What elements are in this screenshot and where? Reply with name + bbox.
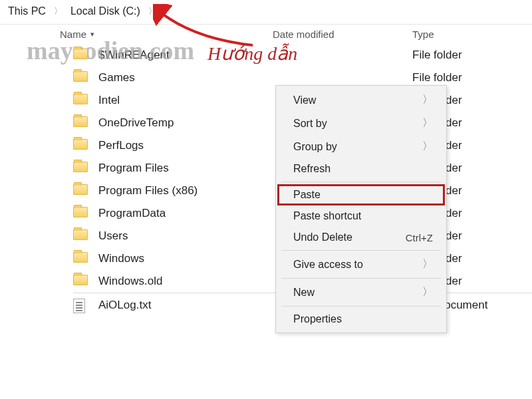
file-name: $WinREAgent: [98, 49, 273, 62]
menu-new[interactable]: New 〉: [277, 281, 445, 304]
menu-view-label: View: [293, 94, 316, 106]
chevron-right-icon: 〉: [54, 5, 63, 17]
menu-separator: [281, 182, 441, 182]
column-headers: Name ▾ Date modified Type: [0, 25, 532, 44]
col-header-type[interactable]: Type: [412, 29, 532, 40]
menu-separator: [281, 250, 441, 251]
menu-group-by-label: Group by: [293, 141, 337, 153]
col-header-name-label: Name: [60, 29, 86, 40]
menu-sort-by[interactable]: Sort by 〉: [277, 112, 445, 135]
folder-icon: [73, 71, 89, 84]
chevron-right-icon: 〉: [422, 257, 433, 271]
menu-group-by[interactable]: Group by 〉: [277, 135, 445, 158]
chevron-right-icon: 〉: [148, 5, 157, 17]
menu-give-access[interactable]: Give access to 〉: [277, 253, 445, 276]
menu-give-access-label: Give access to: [293, 259, 363, 271]
folder-icon: [73, 184, 89, 198]
menu-separator: [281, 306, 441, 307]
menu-new-label: New: [293, 287, 315, 299]
menu-undo-delete[interactable]: Undo Delete Ctrl+Z: [277, 227, 445, 248]
menu-properties-label: Properties: [293, 313, 342, 325]
chevron-right-icon: 〉: [422, 116, 433, 130]
folder-icon: [73, 49, 89, 62]
menu-paste-shortcut[interactable]: Paste shortcut: [277, 205, 445, 227]
folder-icon: [73, 94, 89, 107]
file-name: Games: [98, 71, 273, 84]
file-type: File folder: [412, 71, 462, 84]
menu-refresh-label: Refresh: [293, 163, 331, 175]
sort-caret-icon: ▾: [90, 30, 94, 39]
folder-icon: [73, 139, 89, 152]
menu-sort-by-label: Sort by: [293, 118, 327, 130]
file-name: Program Files: [98, 162, 273, 175]
file-name: Program Files (x86): [98, 184, 273, 198]
menu-paste-shortcut-label: Paste shortcut: [293, 210, 361, 222]
file-name: Windows: [98, 252, 273, 265]
menu-undo-delete-label: Undo Delete: [293, 231, 352, 243]
file-name: PerfLogs: [98, 139, 273, 152]
chevron-right-icon: 〉: [422, 93, 433, 107]
file-name: Intel: [98, 94, 273, 107]
file-name: ProgramData: [98, 207, 273, 220]
breadcrumb[interactable]: This PC 〉 Local Disk (C:) 〉: [0, 0, 532, 23]
menu-refresh[interactable]: Refresh: [277, 158, 445, 180]
file-list: $WinREAgentFile folderGamesFile folderIn…: [0, 44, 532, 315]
breadcrumb-drive[interactable]: Local Disk (C:): [70, 5, 140, 17]
folder-icon: [73, 207, 89, 220]
chevron-right-icon: 〉: [422, 140, 433, 154]
chevron-right-icon: 〉: [422, 285, 433, 299]
breadcrumb-root[interactable]: This PC: [8, 5, 46, 17]
file-name: OneDriveTemp: [98, 116, 273, 130]
col-header-date[interactable]: Date modified: [273, 29, 412, 40]
menu-paste-label: Paste: [293, 189, 321, 201]
menu-undo-shortcut: Ctrl+Z: [406, 232, 433, 243]
file-name: Windows.old: [98, 275, 273, 288]
menu-paste[interactable]: Paste: [277, 184, 445, 205]
folder-icon: [73, 116, 89, 130]
menu-separator: [281, 278, 441, 279]
file-name: AiOLog.txt: [98, 299, 273, 312]
menu-properties[interactable]: Properties: [277, 309, 445, 330]
folder-icon: [73, 162, 89, 175]
menu-view[interactable]: View 〉: [277, 88, 445, 112]
folder-icon: [73, 252, 89, 265]
file-name: Users: [98, 229, 273, 243]
col-header-name[interactable]: Name ▾: [60, 29, 273, 40]
folder-icon: [73, 229, 89, 243]
table-row[interactable]: $WinREAgentFile folder: [73, 44, 532, 66]
text-file-icon: [73, 299, 89, 312]
file-type: File folder: [412, 49, 462, 62]
folder-icon: [73, 275, 89, 288]
context-menu: View 〉 Sort by 〉 Group by 〉 Refresh Past…: [275, 85, 447, 333]
